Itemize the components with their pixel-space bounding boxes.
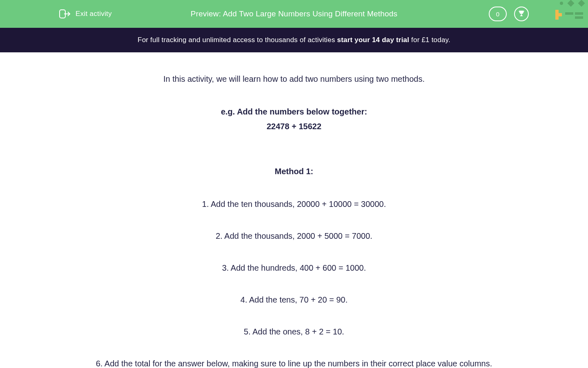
score-value: 0 [496,11,499,18]
method-step-2: 2. Add the thousands, 2000 + 5000 = 7000… [57,230,531,242]
svg-rect-7 [565,12,573,15]
method-step-5: 5. Add the ones, 8 + 2 = 10. [57,325,531,338]
method-step-4: 4. Add the tens, 70 + 20 = 90. [57,294,531,306]
intro-text: In this activity, we will learn how to a… [57,73,531,85]
exit-label: Exit activity [76,10,112,18]
page-title: Preview: Add Two Large Numbers Using Dif… [191,9,397,18]
trophy-icon [518,9,525,18]
svg-rect-9 [575,16,583,19]
content-area: In this activity, we will learn how to a… [49,52,539,368]
header-bar: Exit activity Preview: Add Two Large Num… [0,0,588,28]
trial-banner[interactable]: For full tracking and unlimited access t… [0,28,588,52]
logo-decoration [555,0,588,28]
svg-rect-4 [578,0,585,7]
svg-rect-8 [575,12,583,15]
header-right: 0 [489,7,529,21]
method-step-6: 6. Add the total for the answer below, m… [57,357,531,368]
svg-rect-3 [568,0,575,7]
exit-activity-button[interactable]: Exit activity [59,9,112,18]
method-step-1: 1. Add the ten thousands, 20000 + 10000 … [57,198,531,210]
banner-prefix: For full tracking and unlimited access t… [138,36,337,44]
example-numbers: 22478 + 15622 [57,120,531,132]
banner-strong: start your 14 day trial [337,36,410,44]
banner-suffix: for £1 today. [409,36,450,44]
example-heading: e.g. Add the numbers below together: [57,105,531,118]
method-step-3: 3. Add the hundreds, 400 + 600 = 1000. [57,262,531,274]
svg-point-2 [560,2,563,5]
score-badge[interactable]: 0 [489,7,507,21]
svg-rect-6 [555,13,562,16]
trophy-button[interactable] [514,7,529,21]
method-heading: Method 1: [57,165,531,177]
exit-icon [59,9,71,18]
